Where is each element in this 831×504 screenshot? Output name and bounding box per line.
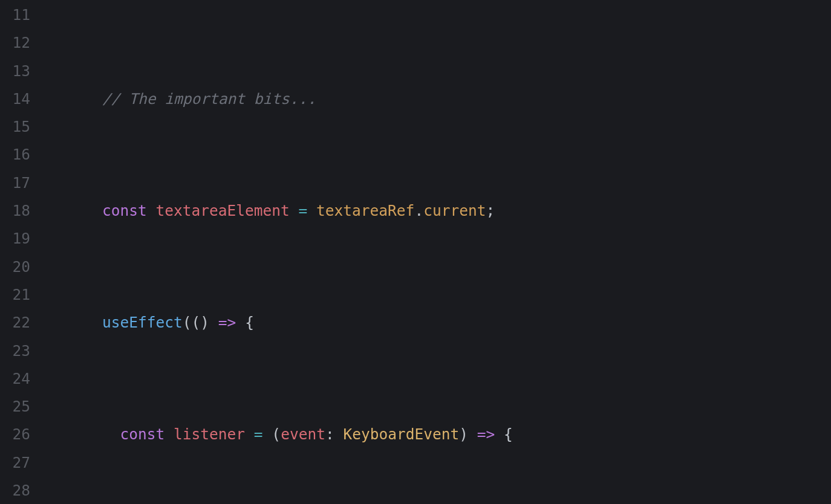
line-number: 13 (0, 57, 35, 85)
line-number: 27 (0, 449, 35, 477)
line-number: 23 (0, 337, 35, 365)
comment-token: // The important bits... (102, 90, 316, 108)
code-line[interactable]: useEffect(() => { (67, 309, 831, 337)
operator-token: = (254, 425, 263, 443)
line-number-gutter: 11 12 13 14 15 16 17 18 19 20 21 22 23 2… (0, 0, 35, 504)
keyword-token: const (102, 202, 147, 219)
line-number: 18 (0, 197, 35, 225)
line-number: 24 (0, 365, 35, 393)
code-area[interactable]: // The important bits... const textareaE… (35, 0, 831, 504)
code-line[interactable]: const textareaElement = textareaRef.curr… (67, 197, 831, 225)
code-line[interactable]: // The important bits... (67, 85, 831, 113)
line-number: 19 (0, 225, 35, 253)
code-line[interactable]: const listener = (event: KeyboardEvent) … (67, 421, 831, 448)
brace-token: { (245, 314, 254, 331)
identifier-token: textareaRef (316, 202, 414, 219)
line-number: 26 (0, 421, 35, 448)
arrow-token: => (477, 425, 495, 443)
line-number: 25 (0, 393, 35, 421)
line-number: 11 (0, 1, 35, 29)
line-number: 21 (0, 281, 35, 309)
line-number: 20 (0, 253, 35, 281)
parameter-token: event (281, 425, 325, 443)
code-editor[interactable]: 11 12 13 14 15 16 17 18 19 20 21 22 23 2… (0, 0, 831, 504)
line-number: 16 (0, 141, 35, 169)
line-number: 14 (0, 85, 35, 113)
line-number: 28 (0, 477, 35, 504)
line-number: 17 (0, 169, 35, 197)
property-token: current (423, 202, 486, 219)
operator-token: = (299, 202, 308, 219)
line-number: 15 (0, 113, 35, 141)
line-number: 22 (0, 309, 35, 337)
function-token: useEffect (102, 314, 183, 331)
line-number: 12 (0, 29, 35, 57)
punctuation-token: ( (183, 314, 192, 331)
identifier-token: listener (174, 425, 245, 443)
identifier-token: textareaElement (156, 202, 290, 219)
punctuation-token: . (414, 202, 423, 219)
arrow-token: => (218, 314, 236, 331)
punctuation-token: ; (486, 202, 495, 219)
keyword-token: const (120, 425, 165, 443)
type-token: KeyboardEvent (343, 425, 459, 443)
